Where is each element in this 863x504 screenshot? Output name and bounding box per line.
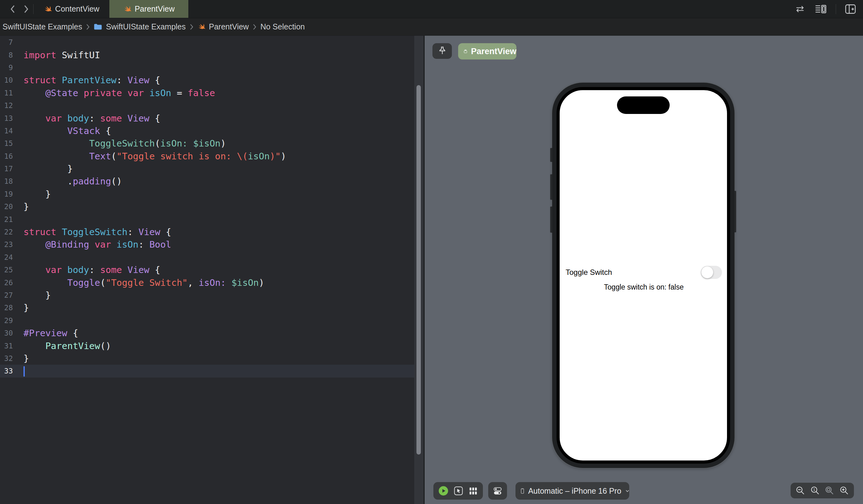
device-settings-button[interactable] — [488, 482, 507, 500]
selectable-preview-button[interactable] — [454, 486, 463, 495]
code-text — [24, 366, 25, 377]
volume-down-button — [550, 207, 552, 233]
code-line-30[interactable]: 30#Preview { — [0, 327, 414, 339]
code-line-20[interactable]: 20} — [0, 201, 414, 213]
code-line-25[interactable]: 25 var body: some View { — [0, 263, 414, 276]
back-button[interactable] — [9, 4, 16, 14]
line-number: 10 — [0, 76, 13, 84]
code-review-button[interactable] — [795, 5, 806, 13]
line-number: 28 — [0, 303, 13, 312]
zoom-fit-button[interactable] — [825, 486, 834, 495]
line-number: 13 — [0, 114, 13, 122]
line-number: 14 — [0, 127, 13, 135]
code-line-15[interactable]: 15 ToggleSwitch(isOn: $isOn) — [0, 137, 414, 150]
device-selector[interactable]: Automatic – iPhone 16 Pro — [515, 482, 629, 500]
preview-stack-icon — [463, 48, 467, 55]
line-number: 21 — [0, 215, 13, 223]
code-line-29[interactable]: 29 — [0, 314, 414, 327]
action-button — [550, 148, 552, 162]
code-text: ParentView() — [24, 340, 111, 351]
line-number: 22 — [0, 228, 13, 236]
live-preview-play-button[interactable] — [438, 486, 448, 496]
zoom-controls: 1 — [791, 483, 854, 499]
line-number: 27 — [0, 291, 13, 299]
code-line-24[interactable]: 24 — [0, 251, 414, 263]
code-line-16[interactable]: 16 Text("Toggle switch is on: \(isOn)") — [0, 150, 414, 163]
chevron-right-icon — [23, 4, 29, 14]
line-number: 7 — [0, 38, 13, 46]
code-line-12[interactable]: 12 — [0, 99, 414, 112]
power-button — [734, 191, 736, 232]
line-number: 19 — [0, 190, 13, 198]
add-editor-icon — [845, 4, 856, 14]
code-line-28[interactable]: 28} — [0, 301, 414, 314]
device-screen: Toggle Switch Toggle switch is on: false — [556, 87, 730, 464]
code-line-26[interactable]: 26 Toggle("Toggle Switch", isOn: $isOn) — [0, 276, 414, 289]
device-settings-icon — [493, 486, 502, 495]
code-line-13[interactable]: 13 var body: some View { — [0, 112, 414, 124]
iphone-preview-device: Toggle Switch Toggle switch is on: false — [552, 83, 735, 468]
code-line-32[interactable]: 32} — [0, 352, 414, 365]
code-line-9[interactable]: 9 — [0, 61, 414, 74]
code-line-31[interactable]: 31 ParentView() — [0, 339, 414, 352]
code-line-17[interactable]: 17 } — [0, 163, 414, 175]
code-line-33[interactable]: 33 — [0, 365, 414, 377]
line-number: 25 — [0, 266, 13, 274]
line-number: 8 — [0, 51, 13, 59]
code-line-21[interactable]: 21 — [0, 213, 414, 225]
code-text: } — [24, 189, 51, 199]
pin-icon — [438, 46, 447, 56]
minimap-icon — [814, 4, 827, 14]
line-number: 23 — [0, 241, 13, 248]
forward-button[interactable] — [23, 4, 29, 14]
code-line-8[interactable]: 8import SwiftUI — [0, 49, 414, 61]
preview-pill-label: ParentView — [471, 47, 516, 56]
tab-label: ContentView — [55, 4, 99, 13]
line-number: 26 — [0, 279, 13, 287]
code-line-11[interactable]: 11 @State private var isOn = false — [0, 87, 414, 99]
variants-grid-icon — [468, 486, 478, 495]
code-line-14[interactable]: 14 VStack { — [0, 125, 414, 137]
code-text: Toggle("Toggle Switch", isOn: $isOn) — [24, 277, 264, 288]
code-line-18[interactable]: 18 .padding() — [0, 175, 414, 188]
line-number: 9 — [0, 64, 13, 72]
code-line-23[interactable]: 23 @Binding var isOn: Bool — [0, 238, 414, 251]
breadcrumb-file[interactable]: ParentView — [209, 22, 249, 31]
code-line-7[interactable]: 7 — [0, 36, 414, 49]
zoom-100-button[interactable]: 1 — [810, 486, 820, 495]
pin-preview-button[interactable] — [433, 43, 452, 59]
line-number: 20 — [0, 203, 13, 211]
preview-target-pill[interactable]: ParentView — [458, 43, 516, 60]
toggle-row: Toggle Switch — [566, 266, 722, 279]
code-text: #Preview { — [24, 328, 78, 338]
ios-toggle-switch[interactable] — [701, 266, 722, 279]
breadcrumb-project[interactable]: SwiftUIState Examples — [2, 22, 82, 31]
scrollbar-thumb[interactable] — [416, 85, 421, 454]
minimap-button[interactable] — [814, 4, 827, 14]
swift-icon — [43, 5, 52, 13]
line-number: 30 — [0, 329, 13, 337]
folder-icon — [94, 24, 102, 30]
history-nav — [0, 0, 33, 18]
svg-text:1: 1 — [813, 488, 815, 491]
zoom-in-button[interactable] — [839, 486, 849, 495]
add-editor-button[interactable] — [845, 4, 856, 14]
toggle-label: Toggle Switch — [566, 268, 612, 277]
zoom-out-button[interactable] — [796, 486, 805, 495]
code-line-22[interactable]: 22struct ToggleSwitch: View { — [0, 226, 414, 238]
code-line-10[interactable]: 10struct ParentView: View { — [0, 74, 414, 87]
line-number: 32 — [0, 354, 13, 362]
code-text: ToggleSwitch(isOn: $isOn) — [24, 138, 226, 149]
variants-button[interactable] — [468, 486, 478, 495]
breadcrumb-group[interactable]: SwiftUIState Examples — [106, 22, 186, 31]
tab-parentview[interactable]: ParentView — [109, 0, 188, 18]
select-cursor-icon — [454, 486, 463, 495]
line-number: 11 — [0, 89, 13, 97]
chevron-down-icon — [625, 489, 629, 493]
code-line-27[interactable]: 27 } — [0, 289, 414, 301]
code-line-19[interactable]: 19 } — [0, 188, 414, 201]
tab-label: ParentView — [135, 4, 175, 13]
tab-contentview[interactable]: ContentView — [34, 0, 109, 18]
source-editor[interactable]: 78import SwiftUI910struct ParentView: Vi… — [0, 36, 424, 504]
breadcrumb-selection[interactable]: No Selection — [260, 22, 305, 31]
